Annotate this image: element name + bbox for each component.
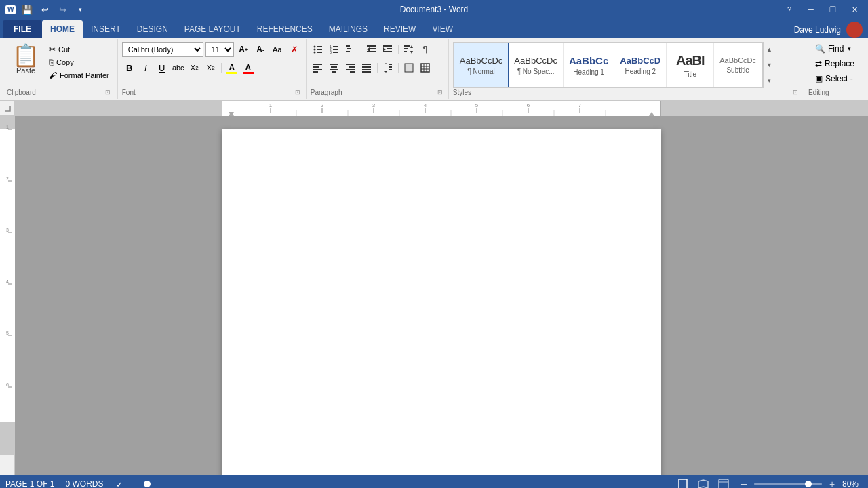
close-button[interactable]: ✕ [846, 3, 863, 16]
ruler-corner[interactable] [0, 101, 15, 116]
copy-button[interactable]: ⎘ Copy [46, 56, 112, 68]
align-left-button[interactable] [311, 60, 326, 75]
svg-rect-25 [404, 51, 407, 52]
select-icon: ▣ [815, 74, 823, 83]
font-name-select[interactable]: Calibri (Body) [122, 42, 203, 57]
font-group: Calibri (Body) 11 A+ A- Aa ✗ B I U abc X… [118, 39, 307, 99]
svg-rect-29 [313, 66, 319, 68]
style-title-label: Title [684, 70, 696, 78]
style-no-spacing[interactable]: AaBbCcDc ¶ No Spac... [509, 43, 564, 87]
document-scroll-area[interactable] [15, 116, 868, 475]
find-icon: 🔍 [815, 44, 825, 54]
strikethrough-button[interactable]: abc [171, 60, 186, 75]
style-heading1[interactable]: AaBbCc Heading 1 [564, 43, 614, 87]
restore-button[interactable]: ❐ [825, 3, 841, 16]
select-button[interactable]: ▣ Select - [811, 72, 859, 85]
text-highlight-button[interactable]: A [224, 60, 239, 75]
font-size-select[interactable]: 11 [205, 42, 234, 57]
zoom-in-button[interactable]: + [825, 476, 840, 488]
tab-file[interactable]: FILE [3, 20, 42, 38]
document-content[interactable] [222, 129, 661, 475]
multilevel-list-button[interactable] [343, 42, 358, 57]
print-layout-view-button[interactable] [675, 476, 690, 488]
numbered-list-button[interactable]: 1.2.3. [327, 42, 342, 57]
svg-rect-42 [362, 69, 371, 70]
svg-rect-96 [679, 479, 687, 488]
sort-button[interactable] [401, 42, 416, 57]
shading-button[interactable] [401, 60, 416, 75]
tab-insert[interactable]: INSERT [83, 20, 129, 38]
document-page [222, 129, 661, 475]
web-layout-view-button[interactable] [716, 476, 731, 488]
svg-rect-43 [362, 71, 371, 73]
tab-references[interactable]: REFERENCES [249, 20, 321, 38]
reading-view-button[interactable] [696, 476, 711, 488]
zoom-out-button[interactable]: ─ [736, 476, 751, 488]
change-case-button[interactable]: Aa [270, 42, 285, 57]
style-title[interactable]: AaBI Title [667, 43, 714, 87]
clipboard-expander[interactable]: ⊡ [104, 88, 112, 96]
svg-text:2: 2 [321, 102, 324, 108]
font-expander[interactable]: ⊡ [294, 88, 302, 96]
show-hide-button[interactable]: ¶ [418, 42, 433, 57]
horizontal-ruler: 1 2 3 4 5 6 7 [15, 101, 868, 116]
style-h2-sample: AaBbCcD [620, 56, 660, 66]
style-heading2[interactable]: AaBbCcD Heading 2 [614, 43, 667, 87]
decrease-indent-button[interactable] [364, 42, 379, 57]
tab-review[interactable]: REVIEW [376, 20, 424, 38]
minimize-button[interactable]: ─ [803, 3, 819, 16]
styles-more-button[interactable]: ▾ [764, 73, 775, 88]
find-button[interactable]: 🔍 Find ▾ [811, 42, 859, 56]
increase-indent-button[interactable] [380, 42, 395, 57]
line-spacing-button[interactable] [380, 60, 395, 75]
svg-rect-81 [0, 129, 15, 422]
svg-rect-9 [333, 46, 338, 47]
bullet-list-button[interactable] [311, 42, 326, 57]
undo-button[interactable]: ↩ [37, 2, 52, 17]
styles-scroll-down-button[interactable]: ▼ [764, 58, 775, 73]
svg-point-0 [313, 46, 315, 48]
justify-button[interactable] [359, 60, 374, 75]
underline-button[interactable]: U [155, 60, 170, 75]
tab-mailings[interactable]: MAILINGS [321, 20, 376, 38]
paste-button[interactable]: 📋 Paste [7, 42, 45, 77]
paragraph-expander[interactable]: ⊡ [436, 88, 444, 96]
format-painter-button[interactable]: 🖌 Format Painter [46, 69, 112, 81]
tab-page-layout[interactable]: PAGE LAYOUT [176, 20, 249, 38]
svg-text:7: 7 [578, 102, 582, 108]
align-center-button[interactable] [327, 60, 342, 75]
styles-scroll: ▲ ▼ ▾ [763, 42, 775, 88]
superscript-button[interactable]: X2 [203, 60, 218, 75]
word-count: 0 WORDS [65, 479, 103, 488]
bold-button[interactable]: B [122, 60, 137, 75]
font-color-button[interactable]: A [241, 60, 256, 75]
cut-button[interactable]: ✂ Cut [46, 43, 112, 56]
tab-home[interactable]: HOME [42, 20, 83, 38]
save-button[interactable]: 💾 [20, 2, 35, 17]
clipboard-footer: Clipboard ⊡ [7, 88, 112, 96]
help-button[interactable]: ? [781, 3, 797, 16]
shrink-font-button[interactable]: A- [253, 42, 268, 57]
subscript-button[interactable]: X2 [187, 60, 202, 75]
grow-font-button[interactable]: A+ [236, 42, 251, 57]
style-normal[interactable]: AaBbCcDc ¶ Normal [454, 43, 509, 87]
tab-view[interactable]: VIEW [424, 20, 461, 38]
zoom-slider[interactable] [754, 483, 822, 485]
svg-text:3: 3 [372, 102, 376, 108]
borders-button[interactable] [418, 60, 433, 75]
italic-button[interactable]: I [138, 60, 153, 75]
format-painter-icon: 🖌 [49, 70, 57, 80]
tab-design[interactable]: DESIGN [129, 20, 176, 38]
style-nospace-label: ¶ No Spac... [517, 68, 555, 75]
svg-text:3: 3 [6, 228, 9, 232]
styles-expander[interactable]: ⊡ [791, 88, 800, 96]
style-subtitle[interactable]: AaBbCcDc Subtitle [714, 43, 762, 87]
record-button[interactable] [140, 476, 155, 488]
replace-button[interactable]: ⇄ Replace [811, 57, 859, 70]
proofing-icon[interactable]: ✓ [114, 476, 129, 488]
align-right-button[interactable] [343, 60, 358, 75]
redo-button[interactable]: ↪ [55, 2, 70, 17]
customize-quick-access-button[interactable]: ▾ [73, 2, 87, 17]
styles-scroll-up-button[interactable]: ▲ [764, 42, 775, 58]
clear-formatting-button[interactable]: ✗ [287, 42, 302, 57]
